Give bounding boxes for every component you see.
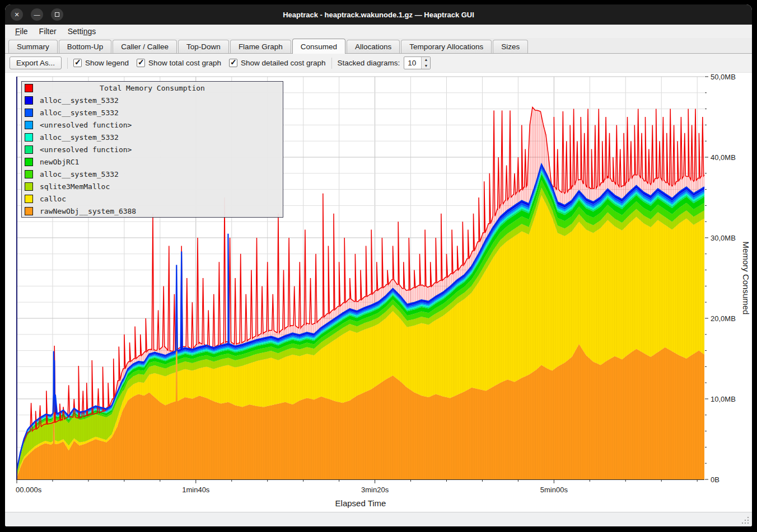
legend-item: alloc__system_5332 [22,94,283,106]
legend-item: newObjRC1 [22,156,283,168]
legend-swatch [25,182,33,191]
legend-label: alloc__system_5332 [40,170,119,178]
checkbox-show-legend[interactable]: Show legend [73,59,129,67]
svg-text:40,0MB: 40,0MB [711,153,736,162]
svg-text:50,0MB: 50,0MB [711,73,736,81]
app-window: ✕ — Heaptrack - heaptrack.wakunode.1.gz … [5,4,752,526]
tab-bottom-up[interactable]: Bottom-Up [59,40,112,53]
legend-item: Total Memory Consumption [22,82,283,94]
tab-allocations[interactable]: Allocations [347,40,400,53]
legend-item: alloc__system_5332 [22,106,283,119]
legend-label: rawNewObj__system_6388 [40,207,136,215]
svg-text:1min40s: 1min40s [182,486,210,494]
svg-text:30,0MB: 30,0MB [711,234,736,242]
svg-text:0B: 0B [711,475,719,484]
checkmark-icon[interactable] [229,59,237,67]
checkmark-icon[interactable] [73,59,82,67]
menu-bar: FileFilterSettings [5,25,752,38]
tab-summary[interactable]: Summary [8,40,58,53]
legend-swatch [25,158,33,166]
close-button[interactable]: ✕ [11,8,23,21]
legend-swatch [25,96,33,105]
title-bar: ✕ — Heaptrack - heaptrack.wakunode.1.gz … [5,4,752,25]
checkmark-icon[interactable] [137,59,145,67]
legend-label: sqlite3MemMalloc [40,182,110,191]
stacked-diagrams-label: Stacked diagrams: [338,59,400,67]
tab-top-down[interactable]: Top-Down [178,40,229,53]
legend-item: <unresolved function> [22,143,283,156]
legend-swatch [25,170,33,178]
menu-settings[interactable]: Settings [62,26,102,37]
spinner-value[interactable]: 10 [404,57,421,69]
legend-label: <unresolved function> [40,121,132,129]
legend-swatch [25,133,33,142]
export-as-button[interactable]: Export As... [10,57,62,69]
toolbar: Export As... Show legendShow total cost … [5,54,752,73]
minimize-button[interactable]: — [31,8,43,21]
tab-consumed[interactable]: Consumed [292,39,345,54]
legend-swatch [25,207,33,215]
tab-bar: SummaryBottom-UpCaller / CalleeTop-DownF… [5,38,752,54]
legend-label: <unresolved function> [40,145,132,154]
tab-flame-graph[interactable]: Flame Graph [230,40,291,53]
memory-consumption-chart[interactable]: 00.000s1min40s3min20s5min00s0B10,0MB20,0… [5,73,752,512]
legend-label: newObjRC1 [40,158,79,166]
legend-item: sqlite3MemMalloc [22,180,283,192]
svg-text:20,0MB: 20,0MB [711,314,736,323]
legend-item: calloc [22,192,283,205]
toolbar-separator [67,58,68,69]
svg-text:Memory Consumed: Memory Consumed [741,242,751,315]
svg-text:3min20s: 3min20s [361,486,389,494]
spinner-down-icon[interactable]: ▼ [422,63,430,69]
checkbox-label: Show detailed cost graph [241,59,326,67]
svg-text:10,0MB: 10,0MB [711,395,736,403]
legend-label: alloc__system_5332 [40,109,119,117]
legend-item: alloc__system_5332 [22,131,283,143]
svg-text:5min00s: 5min00s [540,486,568,494]
resize-grip-icon[interactable] [741,516,750,525]
window-title: Heaptrack - heaptrack.wakunode.1.gz — He… [5,11,752,19]
legend-swatch [25,145,33,154]
checkbox-label: Show total cost graph [148,59,221,67]
toolbar-separator [331,58,332,69]
legend-swatch [25,195,33,203]
legend-swatch [25,121,33,129]
tab-caller-callee[interactable]: Caller / Callee [113,40,177,53]
legend-swatch [25,109,33,117]
checkbox-label: Show legend [85,59,129,67]
maximize-icon [55,12,59,17]
checkbox-show-detailed-cost-graph[interactable]: Show detailed cost graph [229,59,326,67]
legend-item: <unresolved function> [22,119,283,131]
legend-title: Total Memory Consumption [22,84,283,92]
tab-sizes[interactable]: Sizes [493,40,528,53]
menu-filter[interactable]: Filter [34,26,62,37]
maximize-button[interactable] [51,8,63,21]
checkbox-show-total-cost-graph[interactable]: Show total cost graph [137,59,221,67]
legend-label: calloc [40,195,66,203]
svg-text:00.000s: 00.000s [16,486,42,494]
stacked-diagrams-spinner[interactable]: 10 ▲ ▼ [404,57,431,69]
menu-file[interactable]: File [10,26,34,37]
status-bar [5,512,752,526]
svg-text:Elapsed Time: Elapsed Time [335,498,386,508]
legend-label: alloc__system_5332 [40,133,119,142]
spinner-up-icon[interactable]: ▲ [422,57,430,63]
legend-item: alloc__system_5332 [22,168,283,180]
legend-item: rawNewObj__system_6388 [22,205,283,217]
legend-label: alloc__system_5332 [40,96,119,105]
tab-temporary-allocations[interactable]: Temporary Allocations [401,40,492,53]
chart-legend: Total Memory Consumptionalloc__system_53… [21,81,283,218]
